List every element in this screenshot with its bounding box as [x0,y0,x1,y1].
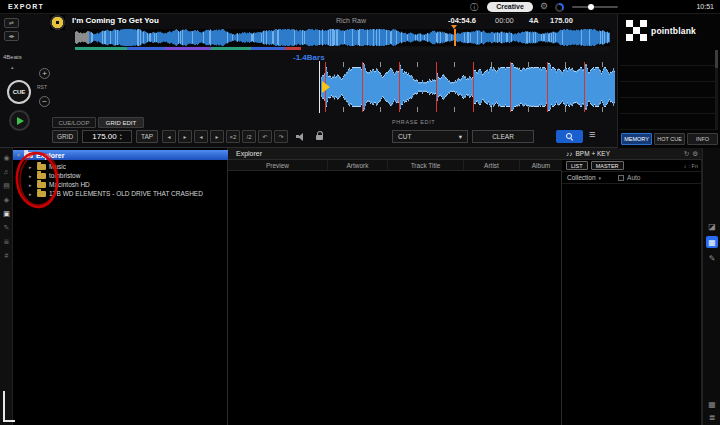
info-icon[interactable]: ⓘ [470,2,478,13]
slider-thumb[interactable] [588,4,594,10]
column-album[interactable]: Album [520,160,562,170]
tab-cue-loop[interactable]: CUE/LOOP [52,117,96,128]
tree-item-macintosh-hd[interactable]: ▸ Macintosh HD [13,180,228,189]
settings-gear-icon[interactable]: ⚙ [540,1,548,11]
edit-icon[interactable]: ✎ [0,224,13,232]
column-preview[interactable]: Preview [228,160,328,170]
full-track-waveform[interactable] [75,29,610,46]
list-item [620,98,715,114]
column-artwork[interactable]: Artwork [328,160,388,170]
deck-swap-button[interactable]: ⇄ [4,18,19,28]
zoomed-waveform-area: -1.4Bars [55,55,615,113]
collection-selector[interactable]: Collection [567,174,596,181]
headphone-knob[interactable] [555,3,564,12]
preview-eye-icon[interactable]: ◪ [706,220,718,232]
tap-button[interactable]: TAP [136,130,158,143]
collapse-icon[interactable]: ▼ [16,152,21,158]
tree-item-music[interactable]: ▸ Music [13,162,228,171]
explorer-tree-panel: ▼ Explorer ▸ Music ▸ tombristow ▸ Macint… [13,148,228,425]
list-icon[interactable]: ≣ [706,411,718,423]
album-art [50,15,65,30]
time-remaining-display[interactable]: -04:54.6 [448,16,476,25]
gear-icon[interactable]: ⚙ [692,150,698,158]
grid-double-button[interactable]: ×2 [226,130,240,143]
reset-zoom-button[interactable]: RST [37,84,47,90]
chevron-down-icon: ▾ [599,175,602,181]
info-tab-button[interactable]: INFO [687,133,718,145]
grid-half-button[interactable]: /2 [242,130,256,143]
grid-adjust-button[interactable]: ◂ [194,130,208,143]
right-icon-strip: ◪ ▦ ✎ ▦ ≣ [702,148,720,425]
search-button[interactable] [556,130,583,143]
fn-shortcut-label: ♪ : Fn [684,163,698,169]
time-elapsed-display[interactable]: 00:00 [495,16,514,25]
related-tracks-panel: ♪♪ BPM + KEY ↻ ⚙ LIST MASTER ♪ : Fn Coll… [562,148,702,425]
grid-adjust-button[interactable]: ◂ [162,130,176,143]
grid-button[interactable]: GRID [52,130,78,143]
phrase-clear-button[interactable]: CLEAR [472,130,534,143]
creative-mode-button[interactable]: Creative [487,2,533,12]
column-track-title[interactable]: Track Title [388,160,464,170]
redo-button[interactable]: ↷ [274,130,288,143]
app-window: EXPORT ⓘ Creative ⚙ 10:51 ⇄ ◂▸ 4Beats ▴ … [0,0,720,425]
expand-icon[interactable]: ▸ [29,164,34,170]
memory-tab-button[interactable]: MEMORY [621,133,652,145]
grid-adjust-button[interactable]: ▸ [210,130,224,143]
tab-grid-edit[interactable]: GRID EDIT [98,117,144,128]
collection-icon[interactable]: ◉ [0,154,13,162]
criteria-row: Collection ▾ Auto [562,172,702,184]
key-display: 4A [529,16,539,25]
tempo-input[interactable]: 175.00 ▴▾ [82,130,132,143]
tag-icon[interactable]: # [0,252,13,259]
column-artist[interactable]: Artist [464,160,520,170]
history-icon[interactable]: ≣ [0,238,13,246]
hot-cue-tab-button[interactable]: HOT CUE [654,133,685,145]
grid-lock-icon[interactable] [316,135,323,140]
auto-checkbox[interactable] [618,175,624,181]
browse-icon[interactable]: ▤ [0,182,13,190]
zoom-waveform[interactable] [55,61,615,113]
hamburger-menu-icon[interactable]: ≡ [589,128,595,140]
tab-explorer[interactable]: Explorer [228,148,562,160]
master-button[interactable]: MASTER [591,161,624,170]
top-menu-bar: EXPORT ⓘ Creative ⚙ 10:51 [0,0,720,14]
list-view-button[interactable]: LIST [566,161,588,170]
tree-item-user[interactable]: ▸ tombristow [13,171,228,180]
refresh-icon[interactable]: ↻ [684,150,689,158]
related-tracks-icon[interactable]: ◈ [0,196,13,204]
deck-section: ⇄ ◂▸ 4Beats ▴ CUE I'm Coming To Get You … [0,14,720,148]
grid-adjust-button[interactable]: ▸ [178,130,192,143]
note-icon: ♪ [684,163,687,169]
explorer-icon[interactable]: ▣ [0,210,13,218]
beat-jump-up-icon[interactable]: ▴ [11,64,14,70]
beat-jump-button[interactable]: ◂▸ [4,31,19,41]
tempo-down-icon[interactable]: ▾ [120,137,122,141]
metronome-speaker-icon[interactable] [296,132,306,141]
undo-button[interactable]: ↶ [258,130,272,143]
zoom-out-button[interactable]: − [39,96,50,107]
tree-item-label: Music [49,163,66,170]
expand-icon[interactable]: ▸ [29,182,34,188]
source-icon-strip: ◉ ♬ ▤ ◈ ▣ ✎ ≣ # [0,148,13,425]
expand-icon[interactable]: ▸ [29,191,34,197]
phrase-cut-select[interactable]: CUT ▾ [392,130,468,143]
master-volume-slider[interactable] [572,6,618,8]
notes-icon: ♪♪ [566,150,573,157]
cue-button[interactable]: CUE [7,80,31,104]
edit-pencil-icon[interactable]: ✎ [706,252,718,264]
expand-icon[interactable]: ▸ [29,173,34,179]
play-button[interactable] [9,110,30,131]
playlist-icon[interactable]: ♬ [0,168,13,175]
tempo-value: 175.00 [92,132,116,141]
folder-icon [24,152,33,158]
tree-root-explorer[interactable]: ▼ Explorer [13,150,228,160]
grid-view-icon[interactable]: ▦ [706,236,718,248]
zoom-in-button[interactable]: + [39,68,50,79]
tree-item-external-drive[interactable]: ▸ 1TB WD ELEMENTS - OLD DRIVE THAT CRASH… [13,189,228,198]
tempo-stepper[interactable]: ▴▾ [120,133,122,141]
related-panel-controls: LIST MASTER ♪ : Fn [562,160,702,172]
panel-scrollbar[interactable] [715,50,718,130]
beat-jump-size[interactable]: 4Beats [3,54,22,60]
keyboard-icon[interactable]: ▦ [706,398,718,410]
export-mode-menu[interactable]: EXPORT [8,3,44,10]
